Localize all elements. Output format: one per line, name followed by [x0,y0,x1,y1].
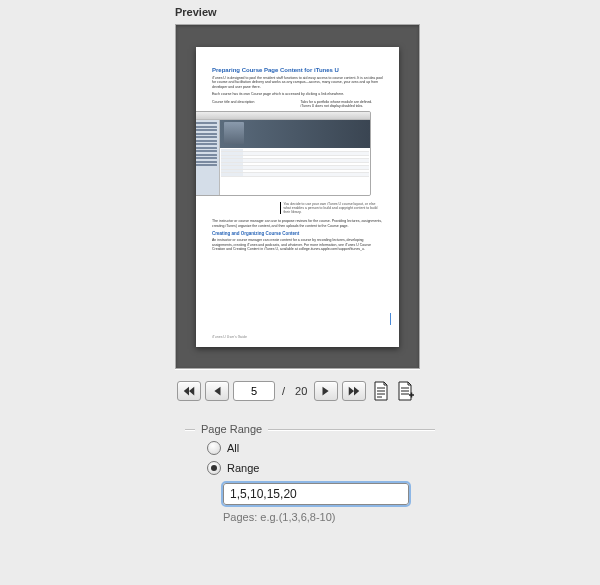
first-page-button[interactable] [177,381,201,401]
doc-col-left: Course title and description [212,100,295,108]
single-page-icon[interactable] [372,381,390,401]
radio-range[interactable] [207,461,221,475]
range-hint: Pages: e.g.(1,3,6,8-10) [223,511,435,523]
doc-para: Each course has its own Course page whic… [212,92,383,97]
preview-page: Preparing Course Page Content for iTunes… [196,47,399,347]
first-page-icon [182,385,196,397]
radio-all[interactable] [207,441,221,455]
doc-col-right: Tabs for a portfolio whose module are de… [301,100,384,108]
radio-all-row: All [207,441,435,455]
prev-page-icon [210,385,224,397]
multi-page-icon[interactable] [396,381,414,401]
preview-title: Preview [175,6,435,18]
doc-callout: You decide to use your own iTunes U cour… [280,202,383,215]
doc-heading: Preparing Course Page Content for iTunes… [212,67,383,73]
doc-page-marker [390,313,391,325]
page-separator: / [279,385,288,397]
preview-frame: Preparing Course Page Content for iTunes… [175,24,420,369]
total-pages: 20 [292,385,310,397]
radio-all-label: All [227,442,239,454]
page-range-group: Page Range All Range Pages: e.g.(1,3,6,8… [185,423,435,523]
current-page-input[interactable] [233,381,275,401]
doc-columns: Course title and description Tabs for a … [212,100,383,108]
next-page-button[interactable] [314,381,338,401]
doc-para: An instructor or course manager can crea… [212,238,383,252]
page-nav: / 20 [175,381,435,401]
doc-section-heading: Creating and Organizing Course Content [212,231,383,236]
range-input[interactable] [223,483,409,505]
last-page-button[interactable] [342,381,366,401]
doc-para: The instructor or course manager can use… [212,219,383,228]
doc-footer: iTunes U User's Guide [212,335,247,339]
last-page-icon [347,385,361,397]
radio-range-label: Range [227,462,259,474]
group-header: Page Range [185,423,435,435]
preview-panel: Preview Preparing Course Page Content fo… [175,6,435,523]
radio-range-row: Range [207,461,435,475]
next-page-icon [319,385,333,397]
prev-page-button[interactable] [205,381,229,401]
group-title: Page Range [201,423,262,435]
doc-inner-screenshot [196,111,371,196]
doc-para: iTunes U is designed to pool the residen… [212,76,383,90]
